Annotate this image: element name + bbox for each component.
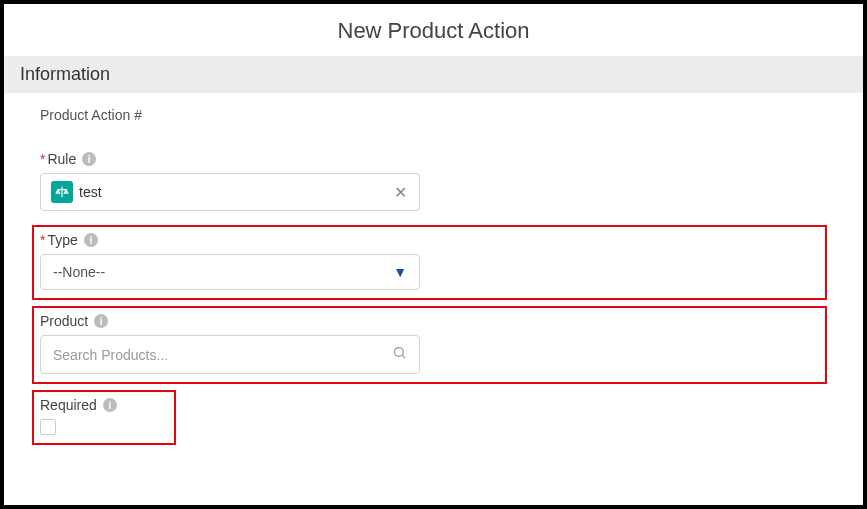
rule-lookup[interactable]: test ✕ bbox=[40, 173, 420, 211]
rule-selected-pill: test bbox=[49, 179, 104, 205]
required-asterisk: * bbox=[40, 151, 45, 167]
type-field-group: *Type i --None-- ▼ bbox=[40, 232, 420, 290]
product-highlight: Product i bbox=[32, 306, 827, 384]
product-search[interactable] bbox=[40, 335, 420, 374]
page-title: New Product Action bbox=[4, 4, 863, 56]
type-highlight: *Type i --None-- ▼ bbox=[32, 225, 827, 300]
product-search-input[interactable] bbox=[53, 347, 392, 363]
required-highlight: Required i bbox=[32, 390, 176, 445]
product-field-group: Product i bbox=[40, 313, 420, 374]
type-select[interactable]: --None-- ▼ bbox=[40, 254, 420, 290]
rule-label: Rule bbox=[47, 151, 76, 167]
rule-value: test bbox=[79, 184, 102, 200]
chevron-down-icon: ▼ bbox=[393, 264, 407, 280]
product-action-number-label: Product Action # bbox=[40, 107, 827, 123]
info-icon[interactable]: i bbox=[103, 398, 117, 412]
info-icon[interactable]: i bbox=[82, 152, 96, 166]
svg-line-1 bbox=[402, 355, 405, 358]
search-icon bbox=[392, 345, 407, 364]
rule-field-group: *Rule i test ✕ bbox=[40, 151, 420, 211]
clear-icon[interactable]: ✕ bbox=[390, 183, 411, 202]
type-selected-value: --None-- bbox=[53, 264, 105, 280]
scales-icon bbox=[51, 181, 73, 203]
required-checkbox[interactable] bbox=[40, 419, 56, 435]
required-label: Required bbox=[40, 397, 97, 413]
svg-point-0 bbox=[395, 348, 404, 357]
required-asterisk: * bbox=[40, 232, 45, 248]
product-label: Product bbox=[40, 313, 88, 329]
info-icon[interactable]: i bbox=[94, 314, 108, 328]
info-icon[interactable]: i bbox=[84, 233, 98, 247]
section-header-information: Information bbox=[4, 56, 863, 93]
type-label: Type bbox=[47, 232, 77, 248]
